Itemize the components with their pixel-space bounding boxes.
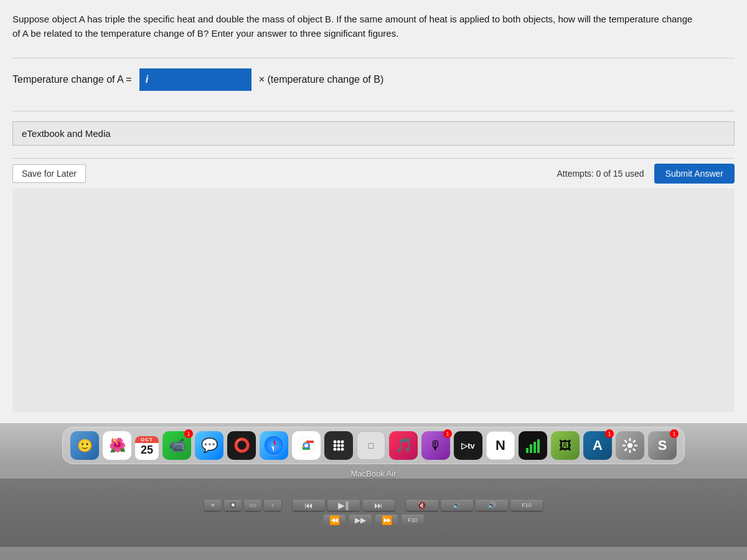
main-content: Suppose object A has triple the specific… xyxy=(0,0,747,423)
dock-item-messages[interactable]: 💬 xyxy=(195,431,223,460)
svg-point-6 xyxy=(304,444,308,447)
dock-container: 🙂 🌺 OCT 25 📹 1 💬 ⭕ xyxy=(0,423,747,467)
key-f10[interactable]: F10 xyxy=(510,500,543,511)
key-forward[interactable]: ⏭ xyxy=(362,500,395,511)
divider-mid xyxy=(12,111,735,111)
svg-point-0 xyxy=(264,436,284,455)
key-pause[interactable]: ▶▶ xyxy=(349,515,372,526)
svg-point-13 xyxy=(334,448,337,451)
key-brightness-down[interactable]: ☀ xyxy=(204,500,222,511)
attempts-submit-wrapper: Attempts: 0 of 15 used Submit Answer xyxy=(557,164,735,184)
key-mute[interactable]: 🔇 xyxy=(406,500,438,511)
answer-label: Temperature change of A = xyxy=(12,74,132,85)
key-f-extra[interactable]: F10 xyxy=(402,515,424,526)
dock-item-s[interactable]: S 1 xyxy=(648,431,677,460)
key-mission-control[interactable]: 🔲 xyxy=(224,500,242,511)
key-vol-down[interactable]: 🔉 xyxy=(441,500,473,511)
dock-item-photos2[interactable]: 🖼 xyxy=(551,431,580,460)
dock-item-facetime[interactable]: 📹 1 xyxy=(162,431,191,460)
key-launchpad[interactable]: ⠿ xyxy=(264,500,281,511)
svg-point-9 xyxy=(341,441,344,444)
empty-space xyxy=(12,189,735,413)
dock-item-tv[interactable]: ▷tv xyxy=(454,431,482,460)
mac-bottom-area: 🙂 🌺 OCT 25 📹 1 💬 ⭕ xyxy=(0,423,747,560)
multiplier-text: × (temperature change of B) xyxy=(259,74,384,85)
info-icon: i xyxy=(146,74,148,85)
svg-rect-18 xyxy=(533,442,536,453)
key-fast-forward[interactable]: ⏩ xyxy=(375,515,398,526)
dock-item-calendar[interactable]: OCT 25 xyxy=(135,436,159,460)
dock: 🙂 🌺 OCT 25 📹 1 💬 ⭕ xyxy=(62,427,685,464)
question-text: Suppose object A has triple the specific… xyxy=(12,12,697,40)
svg-point-15 xyxy=(341,448,344,451)
key-back[interactable]: ⏮ xyxy=(293,500,325,511)
dock-item-launcher[interactable] xyxy=(324,431,353,460)
dock-item-podcasts[interactable]: 🎙 1 xyxy=(421,431,450,460)
action-row: Save for Later Attempts: 0 of 15 used Su… xyxy=(12,158,735,189)
key-dashboard[interactable]: ⠿⠿⠿ xyxy=(244,500,261,511)
dock-item-chrome[interactable] xyxy=(292,431,321,460)
answer-input[interactable] xyxy=(151,71,238,88)
svg-point-8 xyxy=(337,441,341,444)
dock-item-safari[interactable] xyxy=(260,431,288,460)
svg-line-26 xyxy=(633,449,636,451)
divider-top xyxy=(12,58,735,58)
dock-item-finder[interactable]: 🙂 xyxy=(70,431,99,460)
key-rewind[interactable]: ⏪ xyxy=(323,515,345,526)
svg-rect-17 xyxy=(530,444,532,453)
dock-item-fontbook[interactable]: A 1 xyxy=(583,431,612,460)
svg-point-11 xyxy=(337,444,341,447)
svg-rect-19 xyxy=(537,439,540,453)
save-for-later-button[interactable]: Save for Later xyxy=(12,164,86,183)
dock-item-settings[interactable] xyxy=(616,431,644,460)
etextbook-section: eTextbook and Media xyxy=(12,121,735,146)
keyboard-area: ☀ 🔲 ⠿⠿⠿ ⠿ ⏮ ▶‖ ⏭ 🔇 🔉 🔊 F10 ⏪ ▶▶ ⏩ F10 xyxy=(0,478,747,547)
bottom-keys-row: ⏪ ▶▶ ⏩ F10 xyxy=(323,515,424,526)
svg-point-12 xyxy=(341,444,344,447)
facetime-badge: 1 xyxy=(184,429,193,438)
svg-point-14 xyxy=(337,448,341,451)
fontbook-badge: 1 xyxy=(605,429,614,438)
answer-input-wrapper[interactable]: i xyxy=(139,68,251,91)
key-vol-up[interactable]: 🔊 xyxy=(476,500,508,511)
calendar-day: 25 xyxy=(141,444,153,455)
attempts-text: Attempts: 0 of 15 used xyxy=(557,169,644,179)
bottom-nav-group: ⏪ ▶▶ ⏩ F10 xyxy=(323,515,424,526)
key-play[interactable]: ▶‖ xyxy=(327,500,360,511)
answer-row: Temperature change of A = i × (temperatu… xyxy=(12,68,735,91)
s-badge: 1 xyxy=(670,429,679,438)
svg-point-7 xyxy=(334,441,337,444)
dock-item-finder2[interactable]: □ xyxy=(357,431,385,460)
dock-item-music[interactable]: 🎵 xyxy=(389,431,418,460)
svg-line-25 xyxy=(625,441,627,443)
podcasts-badge: 1 xyxy=(443,429,452,438)
submit-answer-button[interactable]: Submit Answer xyxy=(654,164,735,184)
svg-line-27 xyxy=(633,441,636,443)
svg-point-20 xyxy=(627,443,632,448)
etextbook-label: eTextbook and Media xyxy=(22,128,111,139)
dock-item-photos[interactable]: 🌺 xyxy=(103,431,131,460)
svg-point-10 xyxy=(334,444,337,447)
svg-line-28 xyxy=(625,449,627,451)
dock-item-reminders[interactable]: ⭕ xyxy=(227,431,256,460)
calendar-month: OCT xyxy=(135,436,159,443)
macbook-label-area: MacBook Air xyxy=(351,469,397,478)
dock-item-news[interactable]: N xyxy=(486,431,515,460)
fn-keys-row: ☀ 🔲 ⠿⠿⠿ ⠿ ⏮ ▶‖ ⏭ 🔇 🔉 🔊 F10 xyxy=(204,500,543,511)
macbook-label: MacBook Air xyxy=(351,469,397,478)
dock-item-stocks[interactable] xyxy=(519,431,547,460)
svg-rect-16 xyxy=(526,448,529,453)
